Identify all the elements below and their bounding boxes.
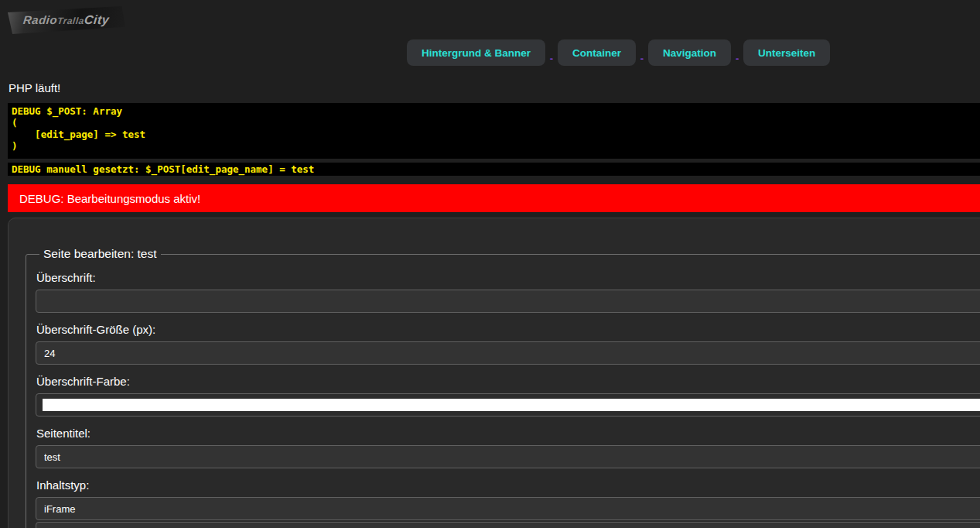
ueberschrift-groesse-input[interactable] [36,341,980,365]
logo-part-tralla: Tralla [57,15,85,26]
ueberschrift-groesse-label: Überschrift-Größe (px): [36,323,980,336]
fieldset-legend: Seite bearbeiten: test [39,247,161,261]
site-logo[interactable]: RadioTrallaCity [8,6,125,34]
edit-page-fieldset: Seite bearbeiten: test Überschrift: Über… [26,247,980,528]
inhaltstyp-label: Inhaltstyp: [36,478,980,492]
ueberschrift-farbe-label: Überschrift-Farbe: [36,375,980,388]
debug-post-dump-text: DEBUG $_POST: Array ( [edit_page] => tes… [12,105,980,152]
nav-separator-dash: - [545,53,558,64]
tab-navigation[interactable]: Navigation [648,39,731,66]
logo-banner-shape: RadioTrallaCity [8,6,125,34]
tab-container[interactable]: Container [558,39,636,66]
debug-manual-set: DEBUG manuell gesetzt: $_POST[edit_page_… [8,163,980,176]
color-swatch [43,399,980,411]
nav-separator-dash: - [636,53,648,64]
next-field-input-partial[interactable] [36,522,980,528]
top-navigation: Hintergrund & Banner - Container - Navig… [407,39,830,66]
page: RadioTrallaCity Hintergrund & Banner - C… [0,0,980,528]
ueberschrift-label: Überschrift: [36,271,980,284]
php-status-text: PHP läuft! [9,81,60,94]
tab-unterseiten[interactable]: Unterseiten [743,39,830,66]
logo-wordmark: RadioTrallaCity [22,13,110,27]
inhaltstyp-select[interactable] [36,497,980,520]
seitentitel-label: Seitentitel: [36,427,980,440]
ueberschrift-farbe-color-picker[interactable] [36,393,980,417]
edit-page-panel: Seite bearbeiten: test Überschrift: Über… [8,218,980,528]
debug-manual-set-text: DEBUG manuell gesetzt: $_POST[edit_page_… [12,163,314,175]
edit-mode-alert-banner: DEBUG: Bearbeitungsmodus aktiv! [8,184,980,212]
debug-post-dump: DEBUG $_POST: Array ( [edit_page] => tes… [8,103,980,159]
ueberschrift-input[interactable] [36,290,980,313]
seitentitel-input[interactable] [36,445,980,468]
logo-part-radio: Radio [23,13,59,26]
logo-part-city: City [84,13,111,26]
tab-hintergrund-banner[interactable]: Hintergrund & Banner [407,39,545,66]
nav-separator-dash: - [731,53,743,64]
